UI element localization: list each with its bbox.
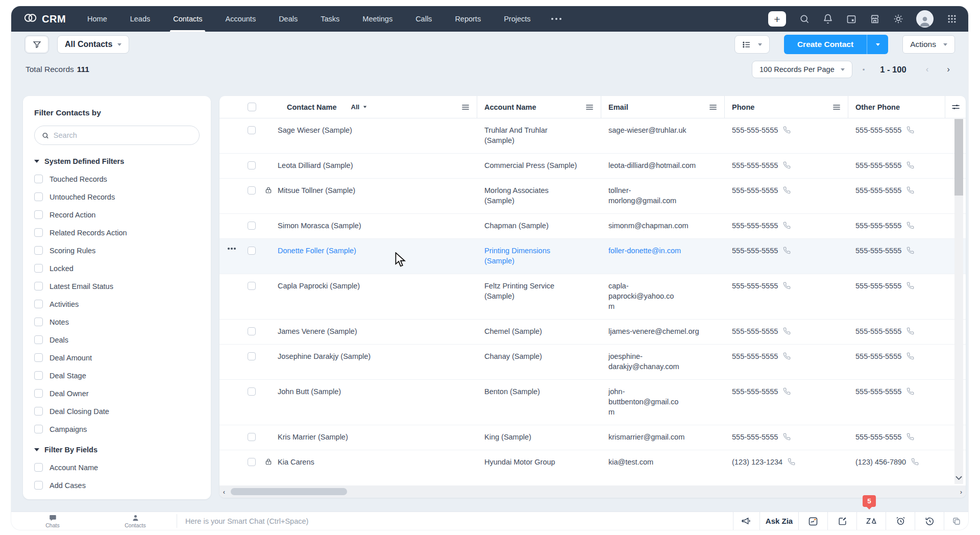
email-link[interactable]: sage-wieser@truhlar.uk — [608, 125, 713, 135]
horizontal-scrollbar-thumb[interactable] — [231, 488, 347, 495]
account-name-link[interactable]: Chapman (Sample) — [484, 221, 589, 231]
checkbox[interactable] — [34, 246, 43, 255]
account-name-link[interactable]: Benton (Sample) — [484, 386, 589, 397]
nav-item-deals[interactable]: Deals — [279, 6, 298, 32]
row-checkbox[interactable] — [248, 126, 256, 134]
column-menu-icon[interactable] — [832, 104, 841, 111]
vertical-scrollbar-thumb[interactable] — [954, 119, 963, 196]
checkbox[interactable] — [34, 481, 43, 490]
call-phone-icon[interactable] — [906, 282, 914, 289]
filter-item-deal-stage[interactable]: Deal Stage — [34, 371, 200, 380]
filter-item-add-cases[interactable]: Add Cases — [34, 481, 200, 490]
email-cell[interactable]: kia@test.com — [601, 457, 725, 467]
contact-name-link[interactable]: John Butt (Sample) — [278, 386, 477, 397]
contact-name-cell[interactable]: Kris Marrier (Sample) — [278, 432, 477, 442]
checkbox[interactable] — [34, 318, 43, 326]
call-phone-icon[interactable] — [906, 352, 914, 360]
table-row[interactable]: Donette Foller (Sample)Printing Dimensio… — [219, 239, 966, 274]
search-icon[interactable] — [799, 14, 810, 25]
call-phone-icon[interactable] — [783, 327, 791, 335]
column-header-contact-name[interactable]: Contact Name All — [278, 96, 477, 118]
checkbox[interactable] — [34, 175, 43, 183]
contact-name-link[interactable]: Leota Dilliard (Sample) — [278, 160, 477, 171]
call-phone-icon[interactable] — [906, 126, 914, 134]
column-header-account-name[interactable]: Account Name — [477, 96, 601, 118]
account-name-link[interactable]: Truhlar And Truhlar (Sample) — [484, 125, 566, 145]
call-phone-icon[interactable] — [783, 247, 791, 254]
column-header-phone[interactable]: Phone — [725, 96, 848, 118]
reminders-button[interactable] — [886, 512, 915, 530]
contact-name-cell[interactable]: Josephine Darakjy (Sample) — [278, 351, 477, 361]
email-cell[interactable]: krismarrier@gmail.com — [601, 432, 725, 442]
account-name-link[interactable]: King (Sample) — [484, 432, 589, 442]
filter-item-notes[interactable]: Notes — [34, 318, 200, 326]
ask-zia-button[interactable]: Ask Zia — [760, 512, 798, 530]
column-menu-icon[interactable] — [585, 104, 594, 111]
scroll-left-arrow[interactable]: ‹ — [219, 488, 229, 496]
email-link[interactable]: capla-paprocki@yahoo.com — [608, 281, 680, 311]
filter-item-scoring-rules[interactable]: Scoring Rules — [34, 246, 200, 255]
contact-name-link[interactable]: Donette Foller (Sample) — [278, 246, 477, 256]
email-cell[interactable]: capla-paprocki@yahoo.com — [601, 281, 725, 311]
call-phone-icon[interactable] — [783, 161, 791, 169]
row-checkbox[interactable] — [248, 458, 256, 466]
scroll-down-chevron-icon[interactable] — [955, 473, 962, 482]
checkbox[interactable] — [34, 228, 43, 237]
account-name-link[interactable]: Hyundai Motor Group — [484, 457, 589, 467]
table-row[interactable]: Josephine Darakjy (Sample)Chanay (Sample… — [219, 345, 966, 380]
email-link[interactable]: ljames-venere@chemel.org — [608, 326, 713, 336]
nav-item-meetings[interactable]: Meetings — [362, 6, 393, 32]
call-phone-icon[interactable] — [788, 458, 795, 466]
zia-insights-button[interactable] — [798, 512, 827, 530]
contact-name-link[interactable]: Kris Marrier (Sample) — [278, 432, 477, 442]
nav-more-button[interactable] — [551, 18, 561, 20]
call-phone-icon[interactable] — [783, 126, 791, 134]
table-row[interactable]: John Butt (Sample)Benton (Sample)john-bu… — [219, 380, 966, 425]
filter-item-touched-records[interactable]: Touched Records — [34, 175, 200, 183]
row-checkbox[interactable] — [248, 433, 256, 441]
account-name-cell[interactable]: Benton (Sample) — [477, 386, 601, 397]
call-phone-icon[interactable] — [906, 222, 914, 229]
filter-item-deal-owner[interactable]: Deal Owner — [34, 389, 200, 398]
filter-item-related-records-action[interactable]: Related Records Action — [34, 228, 200, 237]
email-link[interactable]: kia@test.com — [608, 457, 713, 467]
checkbox[interactable] — [34, 210, 43, 219]
column-menu-icon[interactable] — [461, 104, 470, 111]
nav-item-leads[interactable]: Leads — [130, 6, 151, 32]
contacts-tab[interactable]: Contacts — [94, 512, 177, 530]
row-checkbox[interactable] — [248, 387, 256, 396]
contact-name-link[interactable]: Sage Wieser (Sample) — [278, 125, 477, 135]
zia-button[interactable] — [856, 512, 886, 530]
account-name-link[interactable]: Morlong Associates (Sample) — [484, 185, 566, 206]
table-row[interactable]: Leota Dilliard (Sample)Commercial Press … — [219, 154, 966, 179]
email-cell[interactable]: joesphine-darakjy@chanay.com — [601, 351, 725, 372]
filter-item-record-action[interactable]: Record Action — [34, 210, 200, 219]
filter-item-deal-closing-date[interactable]: Deal Closing Date — [34, 407, 200, 416]
announcements-button[interactable] — [733, 512, 760, 530]
filter-item-deal-amount[interactable]: Deal Amount — [34, 353, 200, 362]
nav-item-home[interactable]: Home — [87, 6, 107, 32]
row-checkbox[interactable] — [248, 352, 256, 360]
notes-button[interactable] — [827, 512, 856, 530]
account-name-cell[interactable]: Chemel (Sample) — [477, 326, 601, 336]
recent-items-button[interactable] — [915, 512, 944, 530]
chats-tab[interactable]: Chats — [11, 512, 94, 530]
contact-name-cell[interactable]: Leota Dilliard (Sample) — [278, 160, 477, 171]
account-name-cell[interactable]: Printing Dimensions (Sample) — [477, 246, 601, 266]
email-cell[interactable]: simonm@chapman.com — [601, 221, 725, 231]
table-row[interactable]: Kia CarensHyundai Motor Groupkia@test.co… — [219, 450, 966, 485]
nav-item-reports[interactable]: Reports — [455, 6, 481, 32]
calendar-icon[interactable] — [846, 14, 856, 25]
account-name-cell[interactable]: Chanay (Sample) — [477, 351, 601, 361]
call-phone-icon[interactable] — [906, 387, 914, 395]
table-row[interactable]: Capla Paprocki (Sample)Feltz Printing Se… — [219, 274, 966, 320]
email-cell[interactable]: tollner-morlong@gmail.com — [601, 185, 725, 206]
checkbox[interactable] — [34, 463, 43, 472]
email-cell[interactable]: john-buttbenton@gmail.com — [601, 386, 725, 417]
checkbox[interactable] — [34, 282, 43, 290]
account-name-cell[interactable]: King (Sample) — [477, 432, 601, 442]
filter-item-campaigns[interactable]: Campaigns — [34, 425, 200, 433]
table-row[interactable]: Mitsue Tollner (Sample)Morlong Associate… — [219, 179, 966, 214]
account-name-cell[interactable]: Chapman (Sample) — [477, 221, 601, 231]
row-checkbox[interactable] — [248, 186, 256, 194]
